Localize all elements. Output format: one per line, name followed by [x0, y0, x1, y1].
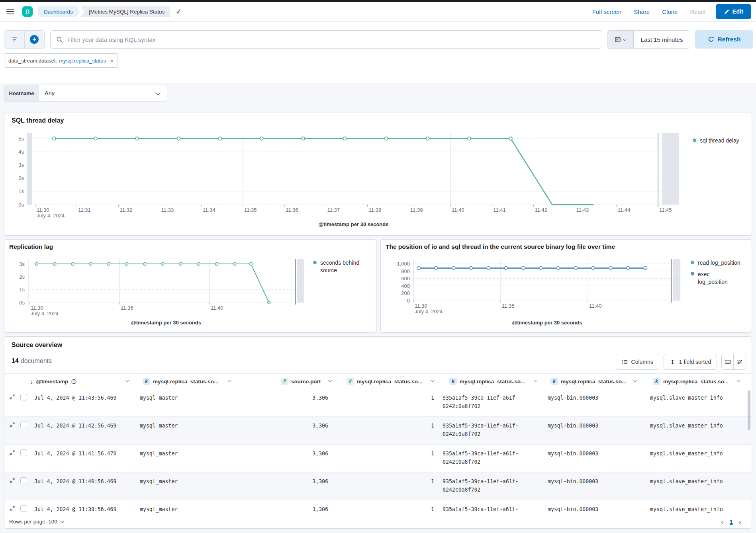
table-cell: mysql.slave_master_info: [650, 449, 723, 458]
column-header[interactable]: kmysql.replica_status.so...: [653, 374, 729, 389]
svg-text:11:42: 11:42: [535, 207, 547, 213]
breadcrumb-current-dashboard[interactable]: [Metrics MySQL] Replica Status: [81, 6, 170, 17]
top-chrome-zone: D Dashboards [Metrics MySQL] Replica Sta…: [0, 2, 756, 83]
table-cell: Jul 4, 2024 @ 11:41:56.470: [34, 449, 116, 458]
column-menu-chevron-icon[interactable]: [328, 378, 332, 382]
filter-pill[interactable]: data_stream.dataset: mysql.replica_statu…: [4, 53, 118, 68]
column-header[interactable]: kmysql.replica_status.so...: [449, 374, 525, 389]
column-header[interactable]: #source.port: [281, 374, 321, 389]
expand-row-button[interactable]: [10, 506, 15, 511]
column-header[interactable]: kmysql.replica_status.so...: [550, 374, 626, 389]
table-row: Jul 4, 2024 @ 11:42:56.469mysql_master3,…: [4, 417, 752, 445]
grid-header-row: ↓@timestampkmysql.replica_status.so...#s…: [4, 373, 752, 389]
column-header-label: mysql.replica_status.so...: [663, 379, 729, 385]
table-cell: mysql.slave_master_info: [650, 422, 723, 430]
display-options-button[interactable]: [734, 354, 746, 369]
rows-per-page-button[interactable]: Rows per page: 100: [9, 519, 64, 525]
scrollbar[interactable]: [748, 390, 750, 430]
filter-icon: [11, 36, 18, 43]
row-checkbox[interactable]: [20, 505, 27, 512]
row-checkbox[interactable]: [20, 422, 27, 428]
add-filter-button[interactable]: +: [25, 31, 45, 48]
column-menu-chevron-icon[interactable]: [431, 378, 435, 382]
grid-icon-buttons: [721, 354, 746, 370]
list-icon: [622, 359, 628, 365]
legend-item[interactable]: sql thread delay: [693, 137, 739, 144]
table-cell: mysql-bin.000003: [548, 449, 598, 458]
share-button[interactable]: Share: [634, 8, 650, 15]
table-cell: Jul 4, 2024 @ 11:40:56.469: [34, 477, 116, 486]
legend-item[interactable]: seconds behind source: [313, 259, 376, 274]
sort-fields-button[interactable]: 1 field sorted: [664, 354, 717, 370]
table-cell: mysql.slave_master_info: [650, 505, 723, 513]
grid-body: Jul 4, 2024 @ 11:43:56.469mysql_master3,…: [4, 389, 752, 515]
time-range-button[interactable]: Last 15 minutes: [634, 31, 690, 48]
chart-title: SQL thread delay: [12, 117, 64, 124]
table-cell: 1: [374, 449, 434, 458]
refresh-button[interactable]: Refresh: [695, 30, 753, 49]
breadcrumb: Dashboards [Metrics MySQL] Replica Statu…: [38, 6, 170, 17]
table-cell: mysql-bin.000003: [548, 422, 598, 430]
expand-row-button[interactable]: [10, 450, 15, 455]
svg-text:11:35: 11:35: [121, 305, 133, 311]
expand-icon: [10, 478, 15, 483]
table-cell: mysql_master: [140, 394, 178, 402]
legend-item[interactable]: read log_position: [691, 259, 745, 267]
column-menu-chevron-icon[interactable]: [737, 378, 741, 382]
sliders-icon: [736, 359, 743, 365]
menu-icon[interactable]: [6, 9, 14, 14]
keyboard-shortcuts-button[interactable]: [722, 354, 734, 369]
svg-text:2s: 2s: [18, 175, 24, 181]
chevron-down-icon: [623, 37, 627, 41]
columns-button[interactable]: Columns: [616, 354, 659, 370]
table-cell: 3,306: [268, 477, 328, 486]
legend-label: seconds behind source: [320, 259, 365, 274]
column-menu-chevron-icon[interactable]: [534, 378, 538, 382]
calendar-menu-button[interactable]: [607, 31, 634, 48]
full-screen-button[interactable]: Full screen: [592, 8, 621, 15]
remove-filter-icon[interactable]: ×: [110, 57, 114, 64]
expand-row-button[interactable]: [10, 478, 15, 483]
svg-text:11:37: 11:37: [327, 207, 340, 213]
space-avatar[interactable]: D: [22, 6, 33, 17]
column-header[interactable]: kmysql.replica_status.so...: [143, 374, 218, 389]
filter-button-group: +: [4, 30, 45, 49]
column-menu-chevron-icon[interactable]: [633, 378, 637, 382]
svg-text:July 4, 2024: July 4, 2024: [415, 308, 443, 314]
svg-text:11:43: 11:43: [576, 207, 589, 213]
number-field-icon: #: [281, 378, 288, 385]
row-checkbox[interactable]: [20, 394, 27, 400]
legend-item[interactable]: exec log_position: [691, 271, 745, 286]
page-1-button[interactable]: 1: [730, 519, 733, 525]
svg-text:3s: 3s: [18, 162, 24, 168]
row-checkbox[interactable]: [20, 449, 27, 456]
column-menu-chevron-icon[interactable]: [228, 378, 232, 382]
filter-sets-button[interactable]: [4, 31, 25, 48]
edit-button[interactable]: Edit: [716, 4, 751, 19]
row-checkbox[interactable]: [20, 477, 27, 484]
breadcrumb-dashboards[interactable]: Dashboards: [38, 6, 80, 17]
panel-binlog-position: The position of io and sql thread in the…: [380, 239, 752, 333]
next-page-icon[interactable]: ›: [739, 517, 741, 526]
expand-row-button[interactable]: [10, 394, 15, 400]
kql-search-input[interactable]: Filter your data using KQL syntax: [50, 30, 602, 49]
svg-text:800: 800: [401, 268, 410, 274]
svg-text:400: 400: [401, 283, 410, 289]
column-header[interactable]: #mysql.replica_status.so...: [347, 374, 422, 389]
sort-asc-icon: ↓: [30, 378, 33, 385]
panel-replication-lag: Replication lag 3s2s1s0s11:3011:3511:40J…: [4, 239, 376, 333]
column-header[interactable]: ↓@timestamp: [30, 374, 77, 389]
clone-button[interactable]: Clone: [662, 8, 678, 15]
grid-toolbar: Columns 1 field sorted: [616, 354, 746, 370]
svg-text:11:38: 11:38: [369, 207, 382, 213]
expand-row-button[interactable]: [10, 422, 15, 428]
column-menu-chevron-icon[interactable]: [125, 378, 129, 382]
kibana-dashboard: D Dashboards [Metrics MySQL] Replica Sta…: [0, 0, 756, 533]
legend-label: sql thread delay: [700, 137, 739, 144]
svg-text:11:36: 11:36: [286, 207, 298, 213]
previous-page-icon[interactable]: ‹: [721, 517, 723, 526]
svg-text:11:44: 11:44: [618, 207, 631, 213]
hostname-control[interactable]: Hostname Any: [4, 85, 167, 102]
column-header-label: mysql.replica_status.so...: [153, 379, 218, 385]
refresh-button-label: Refresh: [718, 36, 741, 43]
